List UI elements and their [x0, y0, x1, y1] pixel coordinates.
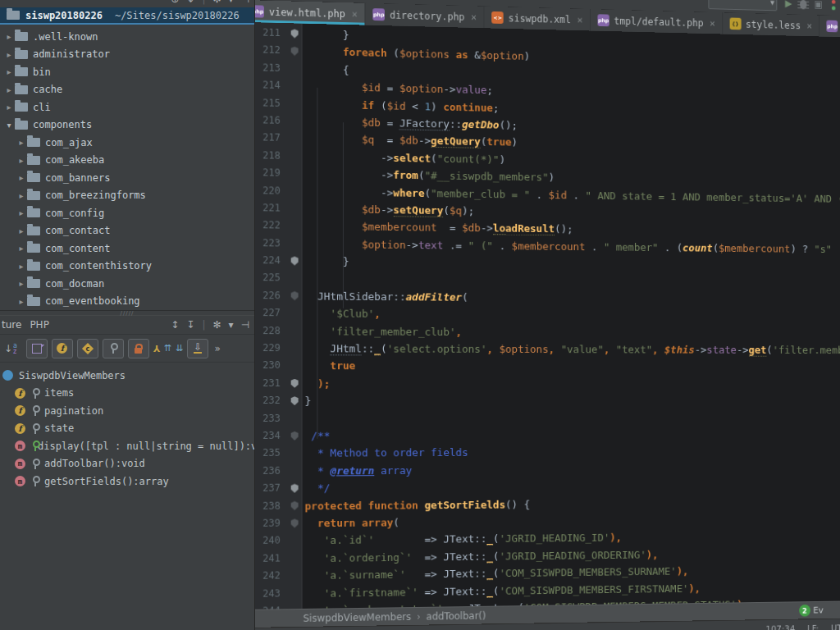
gutter-marker-icon[interactable] — [291, 501, 299, 510]
show-inherited-button[interactable] — [26, 339, 48, 358]
collapse-all-icon[interactable]: ⇊ — [176, 343, 183, 354]
show-fields-button[interactable]: f — [52, 339, 73, 358]
chevron-right-icon[interactable]: ▸ — [16, 138, 27, 147]
code-editor[interactable]: 211 }212 foreach ($options as &$option)2… — [244, 22, 840, 609]
tree-item-com_eventbooking[interactable]: ▸com_eventbooking — [0, 293, 254, 311]
tab-siswpdb.xml[interactable]: <>siswpdb.xml× — [485, 7, 591, 31]
chevron-right-icon[interactable]: ▸ — [3, 67, 15, 76]
collapse-panel-icon[interactable]: ↧ — [186, 319, 194, 331]
line-separator-indicator[interactable]: LF: — [807, 623, 819, 630]
chevron-right-icon[interactable]: ▸ — [3, 85, 15, 94]
hide-panel-icon[interactable]: ⊣ — [241, 0, 249, 5]
chevron-right-icon[interactable]: ▸ — [16, 244, 27, 253]
gutter-marker-icon[interactable] — [291, 29, 299, 38]
chevron-right-icon[interactable]: ▸ — [3, 32, 15, 41]
refresh-icon[interactable]: ⊕ — [171, 0, 179, 5]
chevron-right-icon[interactable]: ▸ — [16, 208, 27, 217]
chevron-right-icon[interactable]: ▸ — [16, 262, 27, 271]
gear-icon[interactable]: ✻ — [212, 319, 221, 331]
chevron-right-icon[interactable]: ▸ — [16, 279, 27, 288]
chevron-right-icon[interactable]: ▸ — [3, 50, 15, 59]
run-icon[interactable]: ▶ — [785, 0, 792, 11]
chevron-right-icon[interactable]: ▸ — [16, 173, 27, 182]
close-icon[interactable]: × — [352, 8, 358, 20]
gear-icon[interactable]: ✻ — [212, 0, 221, 5]
tab-tmpl/default.php[interactable]: phptmpl/default.php× — [591, 9, 723, 34]
show-private-button[interactable] — [128, 339, 149, 358]
code-line[interactable]: 234 /** — [244, 426, 840, 445]
chevron-right-icon[interactable]: ▸ — [16, 191, 27, 200]
show-supertypes-icon[interactable]: Y — [153, 343, 160, 354]
structure-class-row[interactable]: SiswpdbViewMembers — [0, 367, 254, 385]
structure-member-row[interactable]: maddToolbar():void — [0, 455, 254, 473]
tree-item-com_akeeba[interactable]: ▸com_akeeba — [0, 152, 254, 170]
tree-item-.well-known[interactable]: ▸.well-known — [0, 28, 254, 46]
code-line[interactable]: 230 true — [244, 357, 840, 375]
expand-panel-icon[interactable]: ↕ — [171, 319, 179, 331]
tree-item-com_breezingforms[interactable]: ▸com_breezingforms — [0, 187, 254, 205]
tab-directory.php[interactable]: phpdirectory.php× — [366, 3, 485, 28]
chevron-right-icon[interactable]: ▸ — [16, 297, 27, 306]
collapse-all-icon[interactable]: ↧ — [186, 0, 194, 5]
hide-panel-icon[interactable]: ⊣ — [241, 319, 249, 331]
structure-member-row[interactable]: fitems — [0, 385, 254, 403]
coverage-icon[interactable]: ▣ — [814, 0, 822, 11]
close-icon[interactable]: × — [578, 14, 583, 25]
debug-icon[interactable] — [800, 0, 806, 9]
code-line[interactable]: 232} — [244, 392, 840, 409]
caret-position[interactable]: 107:34 — [765, 623, 795, 630]
code-line[interactable]: 229 JHtml::_('select.options', $options,… — [244, 340, 840, 358]
tree-item-com_content[interactable]: ▸com_content — [0, 240, 254, 258]
show-constants-button[interactable]: c — [77, 339, 98, 358]
gutter-marker-icon[interactable] — [291, 431, 299, 441]
structure-member-row[interactable]: mdisplay([tpl : null|string = null]):v — [0, 437, 254, 455]
close-icon[interactable]: × — [710, 17, 715, 29]
tree-item-com_docman[interactable]: ▸com_docman — [0, 275, 254, 293]
code-line[interactable]: 228 'filter_member_club', — [244, 322, 840, 342]
structure-member-row[interactable]: mgetSortFields():array — [0, 472, 254, 491]
tab-view.html.php[interactable]: phpview.html.php× — [244, 0, 366, 25]
gutter-marker-icon[interactable] — [291, 396, 299, 405]
tree-item-com_banners[interactable]: ▸com_banners — [0, 169, 254, 187]
overflow-chevron-icon[interactable]: » — [214, 343, 220, 354]
tree-item-com_config[interactable]: ▸com_config — [0, 204, 254, 222]
autoscroll-to-source-button[interactable]: ⇩ — [187, 339, 208, 358]
breadcrumb-item[interactable]: SiswpdbViewMembers — [304, 611, 412, 624]
show-public-button[interactable] — [103, 339, 124, 358]
structure-member-row[interactable]: fstate — [0, 420, 254, 438]
tree-item-components[interactable]: ▾components — [0, 116, 254, 135]
gutter-marker-icon[interactable] — [291, 379, 299, 388]
tree-item-cache[interactable]: ▸cache — [0, 81, 254, 99]
gutter-marker-icon[interactable] — [291, 257, 299, 266]
tree-item-bin[interactable]: ▸bin — [0, 63, 254, 81]
panel-splitter[interactable]: ///// — [0, 310, 254, 316]
chevron-right-icon[interactable]: ▸ — [3, 103, 15, 112]
tree-item-administrator[interactable]: ▸administrator — [0, 46, 254, 64]
close-icon[interactable]: × — [471, 11, 477, 23]
tree-item-com_contenthistory[interactable]: ▸com_contenthistory — [0, 258, 254, 276]
code-line[interactable]: 231 ); — [244, 375, 840, 393]
project-root-row[interactable]: siswp20180226 ~/Sites/siswp20180226 — [0, 7, 254, 25]
chevron-down-icon[interactable]: ▾ — [3, 121, 15, 130]
chevron-right-icon[interactable]: ▸ — [16, 156, 27, 165]
gutter-marker-icon[interactable] — [291, 484, 299, 493]
event-log-badge[interactable]: 2 — [799, 605, 810, 617]
run-config-dropdown[interactable]: ▾ — [709, 0, 778, 11]
chevron-right-icon[interactable]: ▸ — [16, 226, 27, 235]
expand-all-icon[interactable]: ⇈ — [164, 343, 171, 354]
tree-item-com_contact[interactable]: ▸com_contact — [0, 222, 254, 240]
close-icon[interactable]: × — [807, 20, 813, 31]
tree-item-com_ajax[interactable]: ▸com_ajax — [0, 134, 254, 152]
event-log-label[interactable]: Ev — [813, 605, 823, 616]
tab-style.less[interactable]: {}style.less× — [723, 12, 819, 36]
code-line[interactable]: 233 — [244, 409, 840, 427]
gutter-marker-icon[interactable] — [291, 291, 299, 300]
sort-alpha-icon[interactable]: ↓ az — [4, 343, 17, 354]
gutter-marker-icon[interactable] — [291, 518, 299, 527]
tree-item-cli[interactable]: ▸cli — [0, 98, 254, 116]
tree-item-label: com_content — [45, 243, 110, 254]
gutter-marker-icon[interactable] — [291, 47, 299, 56]
file-encoding-indicator[interactable]: UTF — [831, 623, 840, 630]
breadcrumb-item[interactable]: addToolbar() — [427, 609, 486, 622]
structure-member-row[interactable]: fpagination — [0, 402, 254, 420]
